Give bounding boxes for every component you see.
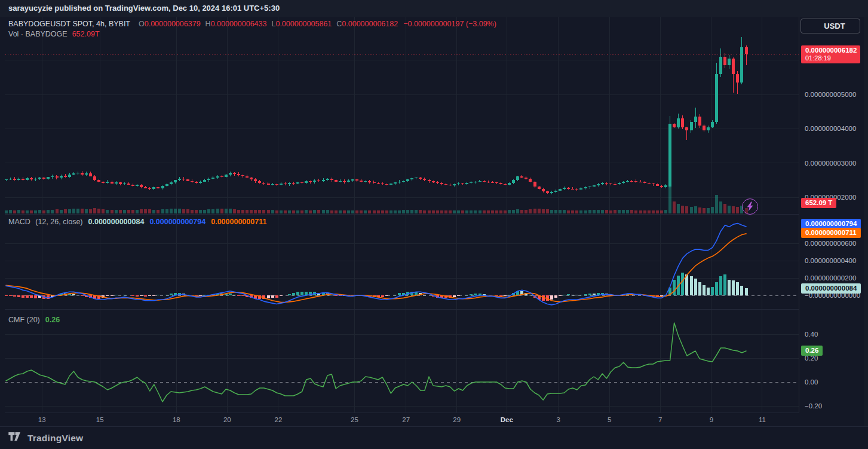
right-edge-strip [864,17,868,426]
currency-toggle-button[interactable]: USDT [800,19,860,33]
tradingview-logo-icon[interactable] [8,432,23,444]
time-tick-label: 25 [342,416,366,423]
chart-plot-area[interactable] [5,17,799,413]
instant-trade-button[interactable] [742,198,758,215]
time-axis[interactable]: 1315182022252729Dec357911 [5,413,799,426]
axis-tick-label: 0.000000003000 [805,159,856,167]
symbol-legend[interactable]: BABYDOGEUSDT SPOT, 4h, BYBITO0.000000006… [8,20,496,28]
axis-value-label: 652.09 T [801,198,836,208]
bar-countdown: 01:28:19 [805,54,856,62]
axis-value-label: 0.00000000618201:28:19 [801,45,860,63]
axis-tick-label: −0.20 [805,402,822,410]
macd-signal-value: 0.000000000711 [211,218,266,226]
lightning-icon [746,201,754,212]
cmf-title[interactable]: CMF (20) [8,316,40,324]
close-value: 0.000000006182 [342,20,398,28]
high-label: H [206,20,211,28]
axis-tick-label: 0.000000000400 [805,256,856,265]
publish-bar: sarayucyzie published on TradingView.com… [0,0,868,17]
axis-tick-label: 0.000000004000 [805,124,856,133]
footer-bar: TradingView [0,426,868,449]
open-label: O [139,20,145,28]
time-tick-label: 7 [648,416,672,423]
tradingview-snapshot: sarayucyzie published on TradingView.com… [0,0,868,449]
macd-title[interactable]: MACD [8,218,30,226]
axis-tick-label: 0.00 [805,378,818,386]
time-tick-label: 11 [750,416,774,423]
tradingview-wordmark[interactable]: TradingView [27,433,83,444]
axis-tick-label: 0.000000005000 [805,90,856,99]
volume-label: Vol · BABYDOGE [8,30,68,38]
close-label: C [336,20,342,28]
volume-value: 652.09T [72,30,100,38]
time-tick-label: 13 [30,416,54,423]
cmf-legend[interactable]: CMF (20)0.26 [8,316,60,324]
volume-legend[interactable]: Vol · BABYDOGE652.09T [8,30,100,38]
time-tick-label: 15 [88,416,112,423]
last-price: 0.000000006182 [805,47,856,54]
macd-params: (12, 26, close) [35,218,82,226]
axis-tick-label: 0.40 [805,330,818,338]
axis-tick-label: 0.000000000600 [805,239,856,248]
time-tick-label: 27 [394,416,418,423]
change-value: −0.000000000197 (−3.09%) [403,20,496,28]
time-tick-label: 18 [164,416,188,423]
axis-value-label: 0.000000000711 [801,228,861,238]
time-tick-label: 3 [547,416,571,423]
axis-value-label: 0.000000000084 [801,283,861,294]
symbol-title[interactable]: BABYDOGEUSDT SPOT, 4h, BYBIT [8,20,130,28]
low-value: 0.000000005861 [275,20,332,28]
time-tick-label: 20 [215,416,239,423]
macd-hist-value: 0.000000000084 [88,218,145,226]
panel-separator-cmf[interactable] [5,309,864,310]
high-value: 0.000000006433 [211,20,267,28]
open-value: 0.000000006379 [145,20,201,28]
cmf-value: 0.26 [45,316,60,324]
axis-value-label: 0.26 [801,346,823,356]
time-tick-label: 22 [266,416,290,423]
publish-text: sarayucyzie published on TradingView.com… [8,4,280,13]
time-tick-label: 29 [445,416,469,423]
macd-line-value: 0.000000000794 [149,218,206,226]
axis-tick-label: 0.000000000200 [805,274,856,282]
time-tick-label: Dec [495,416,519,423]
panel-separator-macd[interactable] [5,214,864,215]
time-tick-label: 9 [700,416,723,423]
price-axis[interactable]: USDT 0.0000000050000.0000000040000.00000… [799,17,864,413]
time-tick-label: 5 [597,416,621,423]
macd-legend[interactable]: MACD (12, 26, close)0.0000000000840.0000… [8,218,266,226]
